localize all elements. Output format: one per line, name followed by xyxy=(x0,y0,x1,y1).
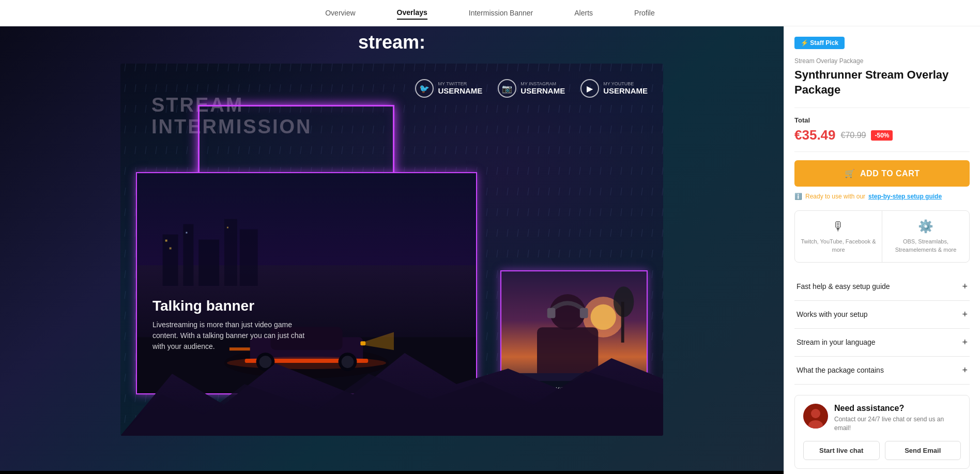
accordion-header-language[interactable]: Stream in your language + xyxy=(794,329,970,356)
add-to-cart-label: ADD TO CART xyxy=(860,169,920,178)
accordion-plus-package: + xyxy=(962,365,968,376)
youtube-handle: ▶ MY YOUTUBE USERNAME xyxy=(580,79,648,98)
assistance-description: Contact our 24/7 live chat or send us an… xyxy=(834,415,961,433)
page-layout: stream: xyxy=(0,26,980,474)
svg-point-41 xyxy=(811,409,820,418)
youtube-icon: ▶ xyxy=(580,79,599,98)
accordion-header-works-with[interactable]: Works with your setup + xyxy=(794,301,970,328)
accordion-item-setup: Fast help & easy setup guide + xyxy=(794,273,970,301)
accordion-item-works-with: Works with your setup + xyxy=(794,301,970,329)
assistance-text: Need assistance? Contact our 24/7 live c… xyxy=(834,404,961,433)
svg-rect-12 xyxy=(227,227,228,228)
accordion-label-setup: Fast help & easy setup guide xyxy=(797,282,890,290)
svg-rect-4 xyxy=(163,235,178,286)
discount-badge: -50% xyxy=(871,130,893,141)
intermission-container: STREAMINTERMISSION 🐦 MY TWITTER USERNAME… xyxy=(120,64,663,436)
instagram-prefix: MY INSTAGRAM xyxy=(520,81,565,86)
svg-rect-11 xyxy=(186,232,187,234)
gear-icon: ⚙️ xyxy=(918,219,933,234)
accordion-label-language: Stream in your language xyxy=(797,338,876,346)
nav-item-alerts[interactable]: Alerts xyxy=(574,7,593,19)
assistance-header: Need assistance? Contact our 24/7 live c… xyxy=(803,404,961,433)
microphone-icon: 🎙 xyxy=(832,219,845,234)
right-sidebar: ⚡ Staff Pick Stream Overlay Package Synt… xyxy=(784,26,980,474)
platform-streaming-text: Twitch, YouTube, Facebook & more xyxy=(800,238,877,254)
svg-rect-10 xyxy=(170,247,172,249)
divider-2 xyxy=(794,151,970,152)
svg-rect-5 xyxy=(183,224,193,286)
twitter-prefix: MY TWITTER xyxy=(438,81,482,86)
cart-icon: 🛒 xyxy=(845,169,855,178)
nav-item-overview[interactable]: Overview xyxy=(325,7,355,19)
nav-item-intermission-banner[interactable]: Intermission Banner xyxy=(469,7,533,19)
accordion-header-setup[interactable]: Fast help & easy setup guide + xyxy=(794,273,970,300)
info-icon: ℹ️ xyxy=(794,193,802,200)
assistance-box: Need assistance? Contact our 24/7 live c… xyxy=(794,395,970,469)
staff-pick-badge: ⚡ Staff Pick xyxy=(794,37,845,49)
divider-1 xyxy=(794,108,970,108)
top-navigation: Overview Overlays Intermission Banner Al… xyxy=(0,0,980,26)
assistance-title: Need assistance? xyxy=(834,404,961,413)
send-email-button[interactable]: Send Email xyxy=(885,441,961,460)
add-to-cart-button[interactable]: 🛒 ADD TO CART xyxy=(794,160,970,187)
platform-item-software: ⚙️ OBS, Streamlabs, Streamelements & mor… xyxy=(882,211,969,262)
accordion-item-package: What the package contains + xyxy=(794,357,970,385)
accordion-plus-setup: + xyxy=(962,281,968,292)
setup-note-text: Ready to use with our xyxy=(805,193,865,200)
nav-item-overlays[interactable]: Overlays xyxy=(397,6,427,20)
hero-title: stream: xyxy=(358,26,425,64)
youtube-prefix: MY YOUTUBE xyxy=(603,81,648,86)
main-content-area: stream: xyxy=(0,26,784,474)
twitter-handle: 🐦 MY TWITTER USERNAME xyxy=(415,79,482,98)
svg-rect-7 xyxy=(224,219,237,286)
youtube-username: USERNAME xyxy=(603,86,648,95)
hero-area: stream: xyxy=(0,26,784,471)
product-title: Synthrunner Stream Overlay Package xyxy=(794,68,970,97)
twitter-icon: 🐦 xyxy=(415,79,434,98)
price-original: €70.99 xyxy=(841,131,866,140)
setup-guide-link[interactable]: step-by-step setup guide xyxy=(868,193,942,200)
start-live-chat-button[interactable]: Start live chat xyxy=(803,441,880,460)
accordion-plus-works-with: + xyxy=(962,309,968,320)
product-category: Stream Overlay Package xyxy=(794,57,970,65)
setup-guide-note: ℹ️ Ready to use with our step-by-step se… xyxy=(794,193,970,200)
accordion-label-package: What the package contains xyxy=(797,366,884,374)
social-handles-bar: 🐦 MY TWITTER USERNAME 📷 MY INSTAGRAM USE… xyxy=(415,79,648,98)
accordion-header-package[interactable]: What the package contains + xyxy=(794,357,970,384)
svg-rect-9 xyxy=(165,240,167,242)
twitter-username: USERNAME xyxy=(438,86,482,95)
accordion-label-works-with: Works with your setup xyxy=(797,310,867,318)
accordion-item-language: Stream in your language + xyxy=(794,329,970,357)
platform-software-text: OBS, Streamlabs, Streamelements & more xyxy=(887,238,964,254)
svg-rect-6 xyxy=(198,240,219,286)
assistance-buttons: Start live chat Send Email xyxy=(803,441,961,460)
accordion: Fast help & easy setup guide + Works wit… xyxy=(794,273,970,385)
instagram-handle: 📷 MY INSTAGRAM USERNAME xyxy=(498,79,565,98)
price-row: €35.49 €70.99 -50% xyxy=(794,127,970,143)
price-section: Total €35.49 €70.99 -50% xyxy=(794,116,970,143)
nav-item-profile[interactable]: Profile xyxy=(634,7,655,19)
assistance-avatar xyxy=(803,404,828,429)
platform-item-streaming: 🎙 Twitch, YouTube, Facebook & more xyxy=(795,211,882,262)
talking-banner-title: Talking banner xyxy=(152,298,318,314)
instagram-username: USERNAME xyxy=(520,86,565,95)
price-label: Total xyxy=(794,116,970,124)
accordion-plus-language: + xyxy=(962,337,968,348)
svg-rect-8 xyxy=(240,230,258,286)
instagram-icon: 📷 xyxy=(498,79,516,98)
platform-row: 🎙 Twitch, YouTube, Facebook & more ⚙️ OB… xyxy=(794,210,970,263)
price-current: €35.49 xyxy=(794,127,836,143)
